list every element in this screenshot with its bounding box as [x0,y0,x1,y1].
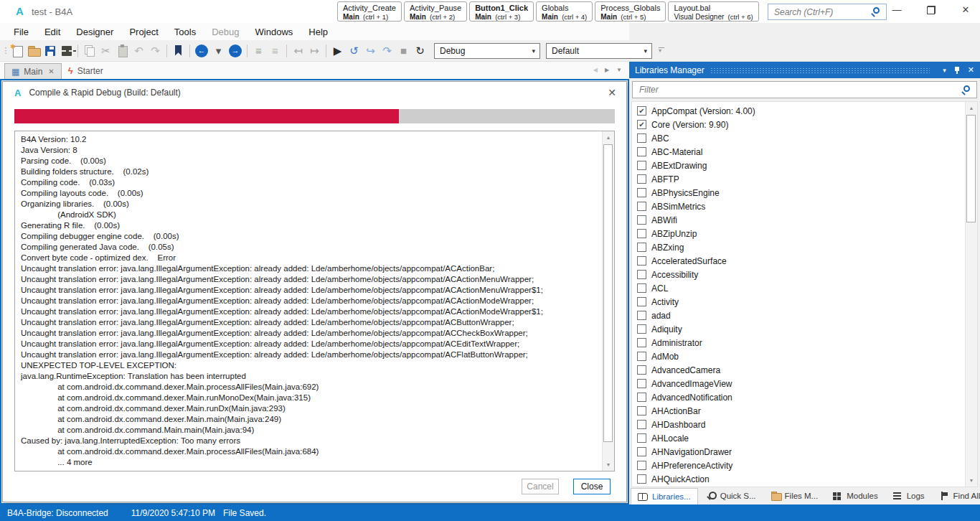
library-row[interactable]: ABPhysicsEngine [637,186,965,200]
library-checkbox[interactable] [637,270,646,279]
quick-tab-activity_pause[interactable]: Activity_PauseMain (ctrl + 2) [404,1,467,22]
uncomment-icon[interactable]: ≡ [267,43,283,59]
indent-icon[interactable]: ↦ [306,43,323,59]
panel-tab-modules[interactable]: Modules [826,488,884,504]
library-row[interactable]: ✔Core (Version: 9.90) [637,118,965,131]
paste-icon[interactable] [114,43,131,59]
library-checkbox[interactable] [637,161,646,170]
build-configuration-select[interactable]: Default ▾ [546,43,652,59]
library-row[interactable]: ABC [637,131,965,145]
library-row[interactable]: AHPreferenceActivity [637,459,965,472]
library-row[interactable]: AHDashboard [637,418,965,431]
resume-icon[interactable]: ↺ [346,43,362,59]
library-checkbox[interactable] [637,256,646,266]
library-checkbox[interactable] [637,393,646,402]
library-row[interactable]: Accessibility [637,268,965,281]
library-row[interactable]: Administrator [637,336,965,349]
bookmark-icon[interactable] [170,43,187,59]
library-row[interactable]: ✔AppCompat (Version: 4.00) [637,104,965,118]
menu-file[interactable]: File [6,27,37,37]
library-row[interactable]: ACL [637,281,965,295]
library-checkbox[interactable] [637,283,646,293]
library-checkbox[interactable]: ✔ [637,106,646,116]
log-scrollbar[interactable]: ▲ ▼ [602,131,614,471]
cut-icon[interactable]: ✂ [98,43,114,59]
quick-tab-layout.bal[interactable]: Layout.balVisual Designer (ctrl + 6) [668,1,758,22]
quick-tab-globals[interactable]: GlobalsMain (ctrl + 4) [536,1,593,22]
back-history-caret-icon[interactable]: ▾ [210,43,227,59]
library-row[interactable]: ABWifi [637,213,965,227]
editor-tab-main[interactable]: ▦Main✕ [4,63,62,79]
editor-tab-starter[interactable]: ϟStarter [62,63,110,79]
library-checkbox[interactable] [637,365,646,375]
library-checkbox[interactable] [637,420,646,429]
libraries-scrollbar[interactable]: ▲ ▼ [965,102,977,487]
scrollbar-thumb[interactable] [603,144,613,442]
scrollbar-thumb[interactable] [966,115,976,222]
scroll-down-icon[interactable]: ▼ [966,474,977,487]
outdent-icon[interactable]: ↤ [290,43,306,59]
open-project-icon[interactable] [25,43,42,59]
restart-icon[interactable]: ↻ [412,43,428,59]
library-row[interactable]: Adiquity [637,322,965,336]
redo-icon[interactable]: ↷ [147,43,164,59]
navigate-back-icon[interactable]: ← [195,44,208,57]
library-row[interactable]: AHLocale [637,431,965,445]
library-checkbox[interactable] [637,433,646,443]
scroll-down-icon[interactable]: ▼ [603,459,614,471]
library-checkbox[interactable] [637,174,646,184]
library-row[interactable]: ABExtDrawing [637,159,965,172]
library-checkbox[interactable] [637,229,646,238]
library-checkbox[interactable] [637,379,646,388]
step-over-icon[interactable]: ↪ [362,43,379,59]
build-mode-select[interactable]: Debug ▾ [434,43,540,59]
search-icon[interactable] [873,7,880,14]
library-checkbox[interactable]: ✔ [637,120,646,129]
package-icon[interactable] [58,43,75,59]
menu-edit[interactable]: Edit [37,27,68,37]
library-checkbox[interactable] [637,188,646,197]
library-row[interactable]: AHNavigationDrawer [637,445,965,459]
library-checkbox[interactable] [637,352,646,361]
library-row[interactable]: Activity [637,295,965,309]
panel-tab-quicks[interactable]: Quick S... [699,488,763,504]
save-icon[interactable] [42,43,58,59]
tab-scroll-right-icon[interactable]: ▶ [605,67,609,73]
library-checkbox[interactable] [637,243,646,252]
library-row[interactable]: AdvancedImageView [637,377,965,390]
quick-tab-activity_create[interactable]: Activity_CreateMain (ctrl + 1) [337,1,402,22]
panel-tab-libraries[interactable]: Libraries... [631,488,698,504]
library-checkbox[interactable] [637,338,646,347]
filter-input[interactable] [632,81,977,98]
library-row[interactable]: ABZxing [637,240,965,254]
library-checkbox[interactable] [637,311,646,320]
scroll-up-icon[interactable]: ▲ [603,131,614,144]
library-row[interactable]: ABFTP [637,172,965,186]
library-checkbox[interactable] [637,133,646,143]
library-checkbox[interactable] [637,324,646,334]
scroll-up-icon[interactable]: ▲ [966,102,977,114]
library-row[interactable]: adad [637,309,965,322]
panel-menu-caret-icon[interactable]: ▾ [943,67,946,74]
dialog-close-icon[interactable]: ✕ [608,87,616,98]
library-checkbox[interactable] [637,215,646,225]
new-project-icon[interactable] [9,43,25,59]
library-row[interactable]: AdMob [637,349,965,363]
quick-tab-process_globals[interactable]: Process_GlobalsMain (ctrl + 5) [595,1,666,22]
menu-debug[interactable]: Debug [204,27,247,37]
tab-list-icon[interactable]: ▼ [616,67,622,73]
library-checkbox[interactable] [637,461,646,470]
tab-scroll-left-icon[interactable]: ◀ [593,67,598,73]
panel-tab-logs[interactable]: Logs [886,488,931,504]
minimize-icon[interactable]: — [891,4,903,15]
cancel-button[interactable]: Cancel [522,479,559,494]
tab-close-icon[interactable]: ✕ [48,67,54,75]
library-checkbox[interactable] [637,474,646,484]
toolbar-overflow-icon[interactable] [656,44,666,57]
quick-tab-button1_click[interactable]: Button1_ClickMain (ctrl + 3) [469,1,534,22]
library-checkbox[interactable] [637,447,646,456]
menu-help[interactable]: Help [301,27,336,37]
undo-icon[interactable]: ↶ [131,43,147,59]
library-row[interactable]: AdvancedCamera [637,363,965,377]
search-box[interactable] [768,4,887,20]
